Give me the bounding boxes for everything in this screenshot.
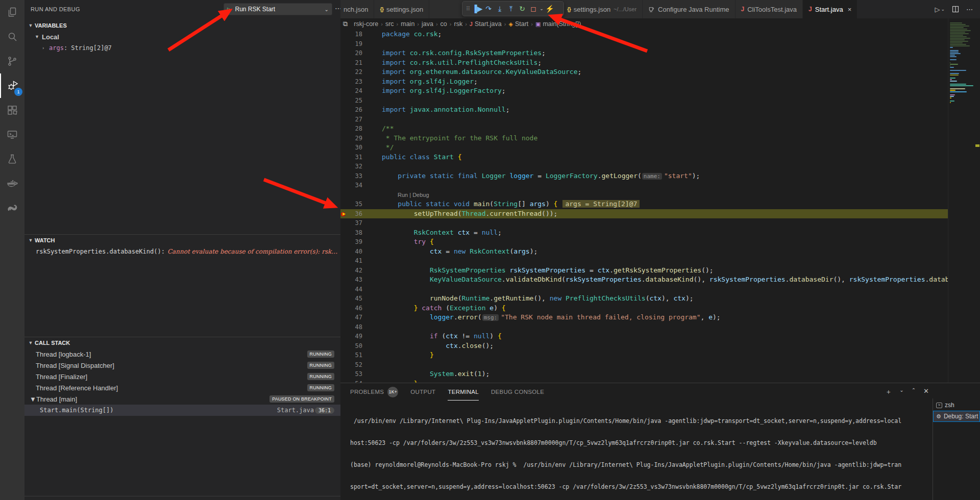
code-line: 41 bbox=[340, 256, 948, 266]
chevron-down-icon[interactable]: ⌄ bbox=[899, 387, 903, 396]
debug-config-dropdown[interactable]: ▷ Run RSK Start ⌄ bbox=[224, 3, 332, 15]
code-line: 44 bbox=[340, 285, 948, 294]
explorer-icon[interactable] bbox=[0, 0, 24, 24]
continue-icon[interactable]: ▐▶ bbox=[472, 5, 483, 13]
call-stack-section-header[interactable]: ▼ CALL STACK bbox=[24, 337, 340, 348]
code-line: 31public class Start { bbox=[340, 153, 948, 162]
sidebar-title: RUN AND DEBUG bbox=[31, 6, 80, 12]
breadcrumb-item[interactable]: main bbox=[401, 20, 414, 28]
terminal-list-item-debug[interactable]: ⚙ Debug: Start bbox=[933, 411, 980, 422]
thread-status-badge: RUNNING bbox=[307, 362, 334, 369]
tab-output[interactable]: OUTPUT bbox=[410, 383, 435, 401]
run-and-debug-icon[interactable]: 1 bbox=[0, 73, 24, 98]
run-file-button[interactable]: ▷⌄ bbox=[935, 6, 945, 13]
code-line: 50 ctx.close(); bbox=[340, 341, 948, 351]
breadcrumb-item[interactable]: rskj-core bbox=[354, 20, 378, 28]
gradle-icon[interactable] bbox=[0, 196, 24, 220]
json-icon: {} bbox=[567, 6, 571, 12]
extensions-icon[interactable] bbox=[0, 98, 24, 122]
close-icon[interactable]: × bbox=[848, 6, 852, 13]
thread-row[interactable]: Thread [Finalizer] RUNNING bbox=[24, 371, 340, 382]
code-line: 38 RskContext ctx = null; bbox=[340, 228, 948, 238]
close-panel-icon[interactable]: ✕ bbox=[923, 387, 929, 396]
source-control-icon[interactable] bbox=[0, 49, 24, 73]
thread-row-main[interactable]: ▼ Thread [main] PAUSED ON BREAKPOINT bbox=[24, 393, 340, 405]
breadcrumb-item[interactable]: src bbox=[385, 20, 394, 28]
chevron-down-icon: ▼ bbox=[27, 23, 35, 28]
watch-section-header[interactable]: ▼ WATCH bbox=[24, 235, 340, 246]
breadcrumb-item[interactable]: co bbox=[440, 20, 447, 28]
code-line: 48 bbox=[340, 322, 948, 332]
minimap[interactable] bbox=[948, 18, 975, 383]
terminal-list-item-zsh[interactable]: > zsh bbox=[933, 399, 980, 411]
breadcrumb-item-method[interactable]: ▣main(String[]) bbox=[535, 20, 581, 28]
open-editors-icon[interactable]: ⧉ bbox=[343, 20, 348, 28]
step-out-icon[interactable]: ⤒ bbox=[505, 5, 517, 13]
tab-start-java[interactable]: J Start.java × bbox=[803, 0, 857, 18]
code-line: 33 private static final Logger logger = … bbox=[340, 171, 948, 181]
method-symbol-icon: ▣ bbox=[535, 21, 541, 28]
terminal-line: sport=dt_socket,server=n,suspend=y,addre… bbox=[350, 483, 928, 490]
run-and-debug-sidebar: RUN AND DEBUG ▷ Run RSK Start ⌄ ⋯ ▼ VARI… bbox=[24, 0, 340, 500]
start-debug-icon[interactable]: ▷ bbox=[227, 6, 231, 13]
thread-row[interactable]: Thread [Signal Dispatcher] RUNNING bbox=[24, 360, 340, 371]
hot-code-replace-icon[interactable]: ⚡ bbox=[544, 5, 555, 13]
tab-debug-console[interactable]: DEBUG CONSOLE bbox=[491, 383, 544, 401]
breadcrumb-item-class[interactable]: ◈Start bbox=[508, 20, 528, 28]
stop-icon[interactable]: ◻ bbox=[528, 5, 539, 13]
variables-section-header[interactable]: ▼ VARIABLES bbox=[24, 20, 340, 31]
new-terminal-icon[interactable]: ＋ bbox=[885, 387, 892, 396]
step-into-icon[interactable]: ⤓ bbox=[494, 5, 505, 13]
terminal-output[interactable]: /usr/bin/env /Library/Internet\ Plug-Ins… bbox=[350, 403, 928, 500]
panel-actions: ＋ ⌄ ⌃ ✕ bbox=[885, 387, 980, 396]
overview-ruler[interactable] bbox=[975, 18, 980, 383]
breadcrumb-item[interactable]: rsk bbox=[454, 20, 462, 28]
code-line: 54 } bbox=[340, 379, 948, 383]
remote-explorer-icon[interactable] bbox=[0, 122, 24, 147]
drag-handle-icon[interactable]: ⠿ bbox=[466, 6, 470, 12]
chevron-right-icon: › bbox=[42, 45, 49, 51]
code-line: 39 try { bbox=[340, 237, 948, 247]
code-line: 25 bbox=[340, 96, 948, 106]
thread-row[interactable]: Thread [logback-1] RUNNING bbox=[24, 348, 340, 360]
maximize-panel-icon[interactable]: ⌃ bbox=[912, 387, 916, 396]
tab-settings-json[interactable]: {} settings.json bbox=[374, 0, 429, 18]
variables-scope-local[interactable]: ▼ Local bbox=[24, 31, 340, 42]
breakpoints-section-header[interactable]: › BREAKPOINTS bbox=[24, 496, 340, 500]
variable-args[interactable]: › args: String[2]@7 bbox=[24, 42, 340, 54]
tab-configure-java-runtime[interactable]: Configure Java Runtime bbox=[643, 0, 735, 18]
search-icon[interactable] bbox=[0, 24, 24, 49]
breadcrumb-item-file[interactable]: JStart.java bbox=[470, 20, 502, 28]
java-file-icon: J bbox=[741, 6, 745, 13]
stack-frame-row[interactable]: Start.main(String[]) Start.java 36:1 bbox=[24, 405, 340, 416]
code-line: 26import javax.annotation.Nonnull; bbox=[340, 105, 948, 115]
class-symbol-icon: ◈ bbox=[508, 21, 512, 28]
tab-problems[interactable]: PROBLEMS 1K+ bbox=[350, 383, 398, 401]
thread-row[interactable]: Thread [Reference Handler] RUNNING bbox=[24, 382, 340, 393]
step-over-icon[interactable]: ↷ bbox=[483, 5, 494, 13]
tab-settings-json-user[interactable]: {} settings.json ~/.../User bbox=[561, 0, 643, 18]
code-line: 46 } catch (Exception e) { bbox=[340, 304, 948, 313]
code-line: 53 System.exit(1); bbox=[340, 369, 948, 379]
restart-icon[interactable]: ↻ bbox=[517, 5, 528, 13]
watch-expression-row[interactable]: rskSystemProperties.databaseKind(): Cann… bbox=[24, 246, 340, 257]
chevron-down-icon[interactable]: ⌄ bbox=[539, 6, 544, 11]
debug-config-label: Run RSK Start bbox=[235, 6, 324, 13]
code-lens-line[interactable]: Run | Debug bbox=[340, 190, 948, 200]
code-lines: 18package co.rsk;1920import co.rsk.confi… bbox=[340, 30, 948, 383]
tab-terminal[interactable]: TERMINAL bbox=[448, 383, 479, 401]
tab-clitoolstest-java[interactable]: J CliToolsTest.java bbox=[736, 0, 803, 18]
docker-icon[interactable] bbox=[0, 171, 24, 196]
code-line: 20import co.rsk.config.RskSystemProperti… bbox=[340, 48, 948, 58]
vscode-window: 1 RUN AND DEBUG ▷ Run RSK Start ⌄ ⋯ bbox=[0, 0, 980, 500]
code-line: 37 bbox=[340, 218, 948, 228]
more-actions-icon[interactable]: ⋯ bbox=[966, 6, 973, 13]
code-line: 23import org.slf4j.Logger; bbox=[340, 77, 948, 87]
breadcrumb-item[interactable]: java bbox=[422, 20, 433, 28]
split-editor-icon[interactable] bbox=[952, 6, 959, 13]
code-line: 35 public static void main(String[] args… bbox=[340, 199, 948, 209]
code-editor[interactable]: 18package co.rsk;1920import co.rsk.confi… bbox=[340, 30, 948, 383]
debug-toolbar: ⠿ ▐▶ ↷ ⤓ ⤒ ↻ ◻ ⌄ ⚡ bbox=[462, 1, 564, 16]
testing-icon[interactable] bbox=[0, 147, 24, 171]
tab-launch-json[interactable]: nch.json bbox=[340, 0, 374, 18]
